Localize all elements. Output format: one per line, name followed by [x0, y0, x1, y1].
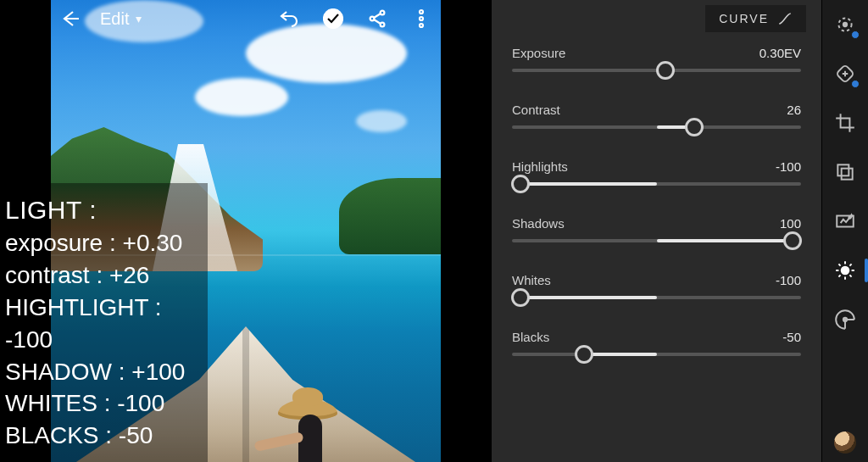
slider-track[interactable] — [512, 353, 801, 356]
svg-point-6 — [420, 24, 423, 27]
photo-pane: Edit ▾ LIGHT : exposure : +0.30 contrast… — [0, 0, 492, 462]
slider-blacks[interactable]: Blacks -50 — [512, 330, 801, 356]
slider-thumb[interactable] — [511, 288, 530, 307]
svg-point-13 — [849, 217, 850, 219]
profile-avatar[interactable] — [834, 431, 856, 454]
slider-thumb[interactable] — [575, 345, 593, 364]
share-icon[interactable] — [363, 4, 392, 33]
slider-track[interactable] — [512, 125, 801, 129]
edit-menu[interactable]: Edit — [100, 9, 129, 29]
svg-point-14 — [842, 267, 849, 275]
active-indicator — [865, 259, 868, 282]
curve-label: CURVE — [719, 12, 769, 25]
svg-rect-11 — [842, 169, 853, 180]
overlay-line: BLACKS : -50 — [5, 420, 199, 452]
light-tool-icon[interactable] — [832, 258, 858, 283]
settings-overlay: LIGHT : exposure : +0.30 contrast : +26 … — [0, 183, 208, 462]
overlay-line: SHADOW : +100 — [5, 356, 199, 388]
slider-label: Contrast — [512, 103, 560, 117]
overlay-line: HIGHTLIGHT : -100 — [5, 292, 199, 356]
svg-point-0 — [324, 9, 342, 28]
slider-track[interactable] — [512, 296, 801, 299]
slider-shadows[interactable]: Shadows 100 — [512, 216, 801, 242]
slider-value: 0.30EV — [760, 46, 801, 60]
cloud-shape — [195, 78, 288, 116]
color-tool-icon[interactable] — [832, 307, 858, 332]
light-sliders-panel: CURVE Exposure 0.30EV Contrast 26 Highli… — [492, 0, 822, 462]
presets-tool-icon[interactable] — [832, 159, 858, 185]
new-badge-icon — [851, 31, 860, 39]
chevron-down-icon[interactable]: ▾ — [136, 12, 142, 25]
editor-topbar: Edit ▾ — [51, 0, 441, 37]
slider-exposure[interactable]: Exposure 0.30EV — [512, 46, 801, 72]
svg-point-4 — [420, 10, 423, 14]
undo-icon[interactable] — [275, 4, 303, 33]
slider-track[interactable] — [512, 239, 801, 242]
slider-value: -50 — [782, 330, 801, 344]
slider-thumb[interactable] — [656, 61, 675, 80]
overlay-line: contrast : +26 — [5, 259, 199, 292]
healing-tool-icon[interactable] — [832, 61, 858, 86]
slider-label: Exposure — [512, 46, 565, 60]
new-badge-icon — [851, 80, 860, 88]
slider-highlights[interactable]: Highlights -100 — [512, 159, 801, 186]
slider-label: Whites — [512, 273, 551, 287]
overlay-line: WHITES : -100 — [5, 387, 199, 420]
auto-tool-icon[interactable] — [832, 209, 858, 234]
slider-whites[interactable]: Whites -100 — [512, 273, 801, 299]
slider-thumb[interactable] — [511, 175, 530, 193]
selective-tool-icon[interactable] — [832, 12, 858, 37]
slider-thumb[interactable] — [685, 118, 704, 136]
curve-button[interactable]: CURVE — [705, 5, 806, 32]
slider-label: Highlights — [512, 159, 568, 174]
slider-label: Shadows — [512, 216, 565, 231]
slider-value: 26 — [787, 103, 801, 117]
check-circle-icon[interactable] — [319, 4, 348, 33]
island-shape — [339, 178, 441, 254]
slider-label: Blacks — [512, 330, 549, 344]
svg-point-15 — [843, 318, 847, 321]
slider-value: 100 — [780, 216, 801, 231]
slider-value: -100 — [776, 159, 801, 174]
more-vertical-icon[interactable] — [407, 4, 436, 33]
tool-rail — [822, 0, 868, 462]
slider-contrast[interactable]: Contrast 26 — [512, 103, 801, 129]
overlay-line: exposure : +0.30 — [5, 227, 199, 259]
crop-tool-icon[interactable] — [832, 110, 858, 136]
person-shape — [278, 399, 337, 420]
cloud-shape — [356, 110, 407, 132]
slider-thumb[interactable] — [783, 231, 802, 250]
curve-icon — [777, 11, 793, 26]
slider-track[interactable] — [512, 182, 801, 186]
slider-track[interactable] — [512, 69, 801, 72]
back-arrow-icon[interactable] — [56, 4, 85, 33]
svg-point-5 — [420, 17, 423, 20]
svg-point-8 — [843, 23, 847, 26]
overlay-heading: LIGHT : — [5, 193, 199, 228]
svg-rect-10 — [837, 164, 849, 175]
slider-value: -100 — [776, 273, 801, 287]
